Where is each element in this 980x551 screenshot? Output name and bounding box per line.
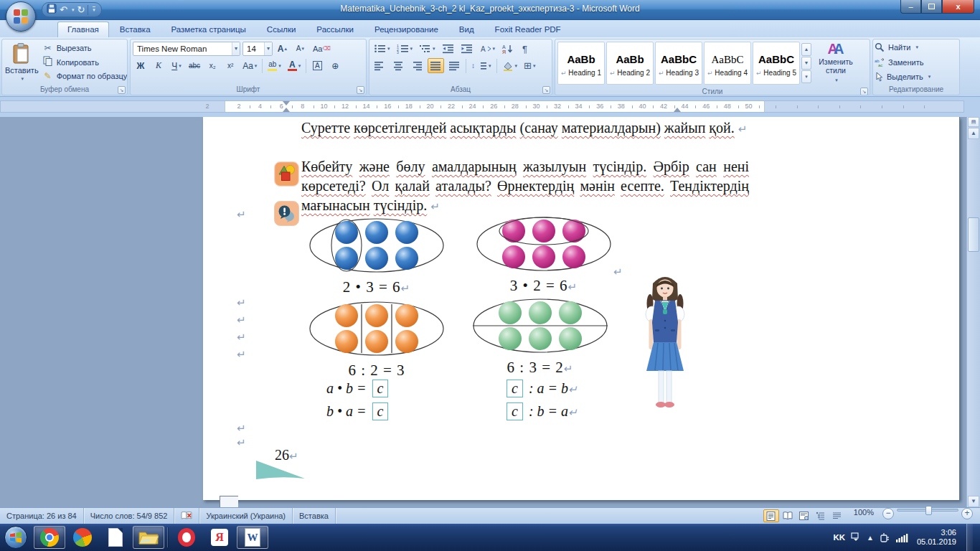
- align-justify-button[interactable]: [428, 58, 444, 73]
- paragraph-dialog-launcher[interactable]: ↘: [542, 86, 550, 94]
- superscript-button[interactable]: x²: [222, 58, 238, 73]
- align-right-button[interactable]: [409, 58, 425, 73]
- ruler-toggle-button[interactable]: ▤: [968, 117, 979, 127]
- align-center-button[interactable]: [390, 58, 407, 73]
- vertical-scrollbar[interactable]: ▤ ▲ ▼: [966, 117, 980, 507]
- clock[interactable]: 3:06 05.01.2019: [917, 528, 956, 547]
- font-size-combo[interactable]: 14 ▾: [242, 42, 273, 56]
- copy-button[interactable]: Копировать: [42, 56, 128, 69]
- enclose-characters-button[interactable]: ⊕: [327, 58, 343, 73]
- status-page[interactable]: Страница: 26 из 84: [0, 508, 84, 524]
- numbering-button[interactable]: 123▾: [395, 41, 415, 56]
- change-case-button[interactable]: Aa▾: [240, 58, 259, 73]
- paste-button[interactable]: Вставить ▾: [4, 41, 39, 83]
- bullets-button[interactable]: ▾: [372, 41, 392, 56]
- taskbar-notepad-button[interactable]: [100, 526, 131, 549]
- taskbar-chrome-button[interactable]: [34, 526, 65, 549]
- status-language[interactable]: Украинский (Украина): [199, 508, 293, 524]
- reading-view-button[interactable]: [780, 509, 796, 522]
- outline-view-button[interactable]: [813, 509, 829, 522]
- style-card-heading-1[interactable]: AaBb↵ Heading 1: [557, 42, 605, 85]
- status-word-count[interactable]: Число слов: 54/9 852: [84, 508, 175, 524]
- draft-view-button[interactable]: [829, 509, 845, 522]
- shading-button[interactable]: ▾: [500, 58, 520, 73]
- first-line-indent-marker[interactable]: [283, 101, 290, 105]
- zoom-slider-thumb[interactable]: [925, 506, 932, 515]
- hidden-icons-button[interactable]: ▲: [867, 534, 874, 542]
- clipboard-dialog-launcher[interactable]: ↘: [118, 86, 126, 94]
- style-card-heading-4[interactable]: AaBbC↵ Heading 4: [704, 42, 751, 85]
- italic-button[interactable]: К: [151, 58, 166, 73]
- taskbar-explorer-button[interactable]: [133, 526, 164, 549]
- tab-рассылки[interactable]: Рассылки: [306, 22, 364, 37]
- taskbar-word-button[interactable]: W: [237, 526, 268, 549]
- highlight-button[interactable]: ab▾: [265, 58, 283, 73]
- scroll-up-button[interactable]: ▲: [968, 128, 979, 139]
- style-card-heading-2[interactable]: AaBb↵ Heading 2: [606, 42, 654, 85]
- find-button[interactable]: Найти ▾: [875, 41, 958, 54]
- tab-ссылки[interactable]: Ссылки: [257, 22, 306, 37]
- zoom-in-button[interactable]: +: [961, 508, 973, 519]
- language-indicator[interactable]: KK: [833, 533, 845, 542]
- language-bar-icon[interactable]: [851, 532, 861, 542]
- status-proofing[interactable]: [174, 508, 199, 524]
- replace-button[interactable]: abac Заменить: [875, 56, 958, 69]
- show-marks-button[interactable]: ¶: [518, 41, 534, 56]
- close-button[interactable]: x: [942, 0, 974, 14]
- style-card-heading-3[interactable]: AaBbC↵ Heading 3: [655, 42, 702, 85]
- hanging-indent-marker[interactable]: [283, 108, 290, 112]
- zoom-slider[interactable]: [897, 509, 958, 512]
- zoom-level[interactable]: 100%: [848, 508, 880, 524]
- bold-button[interactable]: Ж: [133, 58, 149, 73]
- multilevel-list-button[interactable]: ▾: [417, 41, 438, 56]
- distribute-button[interactable]: [446, 58, 463, 73]
- clear-formatting-button[interactable]: Aa⌫: [311, 41, 333, 56]
- line-spacing-button[interactable]: ↕▾: [469, 58, 494, 73]
- document-page[interactable]: Суретте көрсетілгендей асықтарды (санау …: [203, 117, 960, 500]
- style-card-heading-5[interactable]: AaBbC↵ Heading 5: [753, 42, 800, 85]
- styles-dialog-launcher[interactable]: ↘: [860, 88, 868, 95]
- cut-button[interactable]: ✂ Вырезать: [42, 42, 128, 55]
- taskbar-color-ball-button[interactable]: [67, 526, 98, 549]
- styles-scroll-up[interactable]: ▲: [801, 43, 811, 56]
- subscript-button[interactable]: x₂: [204, 58, 220, 73]
- status-insert-mode[interactable]: Вставка: [293, 508, 336, 524]
- change-styles-button[interactable]: AA Изменить стили ▾: [813, 41, 859, 85]
- zoom-out-button[interactable]: −: [882, 508, 894, 519]
- sort-button[interactable]: АЯ: [499, 41, 516, 56]
- select-button[interactable]: Выделить ▾: [875, 70, 958, 83]
- font-name-combo[interactable]: Times New Roman ▾: [133, 42, 240, 56]
- taskbar-opera-button[interactable]: [171, 526, 202, 549]
- styles-gallery-expand[interactable]: ▾: [801, 70, 811, 83]
- font-dialog-launcher[interactable]: ↘: [357, 86, 364, 94]
- taskbar-yandex-button[interactable]: Я: [204, 526, 235, 549]
- decrease-indent-button[interactable]: [440, 41, 456, 56]
- character-border-button[interactable]: A: [309, 58, 325, 73]
- grow-font-button[interactable]: А▲: [275, 41, 291, 56]
- font-color-button[interactable]: A▾: [286, 58, 303, 73]
- styles-scroll-down[interactable]: ▼: [801, 57, 811, 70]
- scrollbar-thumb[interactable]: [968, 217, 979, 252]
- network-icon[interactable]: [896, 533, 908, 542]
- strikethrough-button[interactable]: abc: [187, 58, 202, 73]
- minimize-button[interactable]: –: [900, 0, 921, 14]
- tab-foxit-reader-pdf[interactable]: Foxit Reader PDF: [485, 22, 571, 37]
- power-icon[interactable]: [880, 532, 890, 543]
- shrink-font-button[interactable]: А▼: [293, 41, 308, 56]
- start-button[interactable]: [4, 526, 27, 549]
- tab-вид[interactable]: Вид: [449, 22, 484, 37]
- underline-button[interactable]: Ч▾: [169, 58, 184, 73]
- format-painter-button[interactable]: ✎ Формат по образцу: [42, 70, 128, 83]
- show-desktop-button[interactable]: [966, 524, 973, 551]
- web-layout-view-button[interactable]: [796, 509, 812, 522]
- print-layout-view-button[interactable]: [763, 509, 779, 522]
- office-button[interactable]: [6, 1, 36, 32]
- tab-вставка[interactable]: Вставка: [110, 22, 161, 37]
- horizontal-ruler[interactable]: 2246810121416182022242628303234363840424…: [0, 100, 964, 113]
- scroll-down-button[interactable]: ▼: [968, 496, 979, 507]
- tab-главная[interactable]: Главная: [57, 22, 109, 37]
- restore-button[interactable]: [921, 0, 942, 14]
- borders-button[interactable]: ⊞▾: [522, 58, 537, 73]
- tab-разметка-страницы[interactable]: Разметка страницы: [161, 22, 256, 37]
- asian-layout-button[interactable]: А▾: [477, 41, 498, 56]
